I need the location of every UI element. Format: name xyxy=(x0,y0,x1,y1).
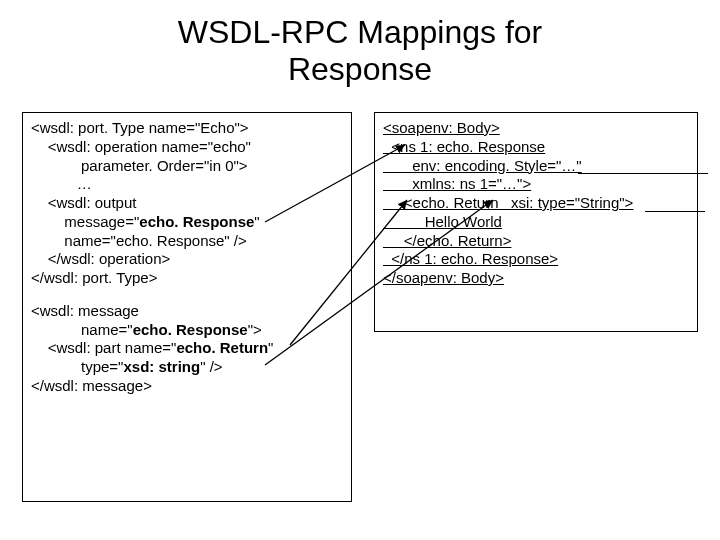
title-line: Response xyxy=(0,51,720,88)
title-line: WSDL-RPC Mappings for xyxy=(0,14,720,51)
page-title: WSDL-RPC Mappings for Response xyxy=(0,0,720,88)
wsdl-box: <wsdl: port. Type name="Echo"> <wsdl: op… xyxy=(22,112,352,502)
wsdl-message-block: <wsdl: message name="echo. Response"> <w… xyxy=(31,302,343,396)
underline-ext xyxy=(578,173,708,174)
wsdl-porttype-block: <wsdl: port. Type name="Echo"> <wsdl: op… xyxy=(31,119,343,288)
underline-ext xyxy=(645,211,705,212)
soap-block: <soapenv: Body> <ns 1: echo. Response en… xyxy=(383,119,689,288)
content-panes: <wsdl: port. Type name="Echo"> <wsdl: op… xyxy=(22,112,698,502)
soap-box: <soapenv: Body> <ns 1: echo. Response en… xyxy=(374,112,698,332)
